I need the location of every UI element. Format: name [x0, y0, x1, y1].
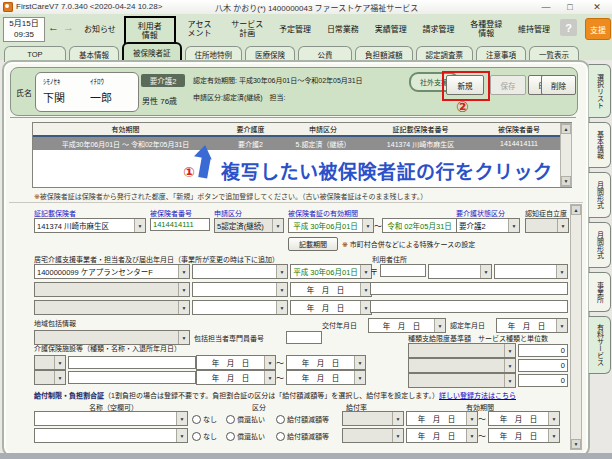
address-pref-select[interactable]: ▼	[428, 264, 492, 279]
office-select-3[interactable]: ▼	[34, 300, 190, 315]
radio-circle-icon	[226, 432, 235, 441]
facility-type-select-1[interactable]: ▼	[34, 355, 66, 370]
issue-date-select[interactable]: 年 月 日▼	[368, 318, 446, 333]
facility-in-date-2[interactable]: 年 月 日▼	[196, 370, 276, 385]
shurui-units-input-3[interactable]	[518, 374, 568, 387]
dropdown-arrow-icon: ▼	[362, 219, 373, 232]
facility-name-input-2[interactable]	[68, 371, 196, 384]
benefit-name-select-2[interactable]: ▼	[34, 428, 188, 443]
col-header-care-level: 要介護度	[218, 123, 283, 135]
menu-item-service-plan[interactable]: サービス計画	[223, 16, 271, 42]
staff-select-2[interactable]: ▼	[192, 282, 288, 297]
menu-item-daily-work[interactable]: 日常業務	[319, 16, 367, 42]
side-tab-paid-service[interactable]: 有料サービス	[588, 316, 611, 374]
insurer-label: 証記載保険者	[34, 208, 76, 218]
facility-out-date-1[interactable]: 年 月 日▼	[286, 355, 366, 370]
maximize-button[interactable]: □	[558, 0, 582, 13]
insurer-select[interactable]: 141374 川崎市麻生区▼	[34, 218, 146, 233]
support-button[interactable]: 支援	[585, 18, 611, 40]
menu-item-notice[interactable]: お知らせ	[76, 16, 124, 42]
dropdown-arrow-icon: ▼	[272, 219, 283, 232]
benefit-from-date-2[interactable]: 年 月 日▼	[406, 428, 478, 443]
benefit-name-select-1[interactable]: ▼	[34, 411, 188, 426]
benefits-help-link[interactable]: 詳しい登録方法はこちら	[439, 392, 516, 399]
minimize-button[interactable]: —	[534, 0, 558, 13]
dementia-select[interactable]: ▼	[525, 218, 569, 233]
radio-reimburse-2[interactable]: 償還払い	[226, 431, 265, 441]
close-button[interactable]: ✕	[584, 0, 610, 13]
menu-item-billing[interactable]: 請求管理	[415, 16, 463, 42]
radio-none-2[interactable]: なし	[192, 431, 217, 441]
back-arrow-icon[interactable]: ←	[48, 21, 59, 33]
radio-reduction-2[interactable]: 給付額減額等	[276, 431, 329, 441]
dropdown-arrow-icon: ▼	[556, 319, 567, 332]
patient-last-name: 下関	[43, 89, 65, 105]
table-row-selected[interactable]: 平成30年06月01日 ～ 令和02年05月31日 要介護2 5.認定済（継続）…	[33, 137, 560, 150]
staff-select-1[interactable]: ▼	[192, 264, 288, 279]
side-tab-office[interactable]: 事業所	[588, 272, 611, 312]
scroll-up-icon[interactable]: ▲	[571, 205, 581, 215]
shurui-units-input-2[interactable]	[518, 359, 568, 372]
insured-no-input[interactable]	[150, 218, 210, 231]
menu-item-maintenance[interactable]: 維持管理	[510, 16, 558, 42]
application-select[interactable]: 5認定済(継続)▼	[214, 218, 284, 233]
facility-type-select-2[interactable]: ▼	[34, 370, 66, 385]
radio-none-1[interactable]: なし	[192, 414, 217, 424]
office-date-select-2[interactable]: 年 月 日▼	[290, 282, 372, 297]
shurui-label: 種類支給限度基準額 サービス種類と単位数	[408, 333, 548, 343]
shurui-select-3[interactable]: ▼	[408, 373, 516, 388]
facility-out-date-2[interactable]: 年 月 日▼	[286, 370, 366, 385]
care-level-label: 要介護状態区分	[456, 208, 505, 218]
benefit-from-date-1[interactable]: 年 月 日▼	[406, 411, 478, 426]
scroll-down-icon[interactable]: ▼	[561, 176, 571, 186]
dropdown-arrow-icon: ▼	[504, 374, 515, 387]
care-level-select[interactable]: 要介護2▼	[456, 218, 520, 233]
radio-reimburse-1[interactable]: 償還払い	[226, 414, 265, 424]
table-scrollbar[interactable]: ▲ ▼	[560, 123, 572, 187]
side-tab-selection-list[interactable]: 選択リスト	[588, 64, 611, 118]
main-menu: お知らせ 利用者情報 アセスメント サービス計画 予定管理 日常業務 実績管理 …	[76, 15, 558, 43]
staff-select-3[interactable]: ▼	[192, 300, 288, 315]
kisai-period-button[interactable]: 記載期間	[288, 237, 338, 251]
office-select-2[interactable]: ▼	[34, 282, 190, 297]
form-scrollbar[interactable]: ▲ ▼	[570, 204, 582, 450]
side-tab-monthly-format-2[interactable]: 月間形式	[588, 222, 611, 268]
shurui-select-1[interactable]: ▼	[408, 343, 516, 358]
postal-code-input[interactable]	[380, 264, 426, 277]
office-date-select-1[interactable]: 平成 30年06月01日▼	[290, 264, 372, 279]
delete-button[interactable]: 削除	[541, 75, 576, 95]
dropdown-arrow-icon: ▼	[548, 429, 559, 442]
side-tab-basic-info[interactable]: 基本情報	[588, 122, 611, 168]
facility-in-date-1[interactable]: 年 月 日▼	[196, 355, 276, 370]
benefits-col-kubun: 区分	[252, 402, 266, 412]
validity-from-select[interactable]: 平成 30年06月01日▼	[288, 218, 374, 233]
menu-item-results[interactable]: 実績管理	[367, 16, 415, 42]
scroll-up-icon[interactable]: ▲	[561, 124, 571, 134]
side-tab-monthly-format-1[interactable]: 月間形式	[588, 172, 611, 218]
scroll-down-icon[interactable]: ▼	[571, 439, 581, 449]
benefit-rate-select-2[interactable]: ▼	[342, 428, 404, 443]
benefit-to-date-1[interactable]: 年 月 日▼	[488, 411, 560, 426]
address-line2-input[interactable]	[370, 300, 568, 313]
menu-item-registration[interactable]: 各種登録情報	[462, 16, 510, 42]
office-select-1[interactable]: 1400000099 ケアプランセンターF▼	[34, 264, 190, 279]
cert-date-select[interactable]: 年 月 日▼	[496, 318, 568, 333]
shurui-units-input-1[interactable]	[518, 344, 568, 357]
menu-item-schedule[interactable]: 予定管理	[271, 16, 319, 42]
menu-item-assessment[interactable]: アセスメント	[176, 16, 224, 42]
tab-insurance-card[interactable]: 被保険者証	[122, 42, 182, 62]
shurui-select-2[interactable]: ▼	[408, 358, 516, 373]
houkatsu-no-input[interactable]	[286, 331, 322, 344]
address-city-select[interactable]: ▼	[494, 264, 568, 279]
office-date-select-3[interactable]: 年 月 日▼	[290, 300, 372, 315]
help-button[interactable]: ?	[560, 19, 577, 36]
forward-arrow-icon[interactable]: →	[63, 21, 74, 33]
date-time-box: 5月15日 09:35	[3, 17, 45, 42]
radio-reduction-1[interactable]: 給付額減額等	[276, 414, 329, 424]
facility-name-input-1[interactable]	[68, 356, 196, 369]
new-button[interactable]: 新規	[446, 75, 484, 95]
cell-application: 5.認定済（継続）	[283, 137, 363, 150]
benefit-rate-select-1[interactable]: ▼	[342, 411, 404, 426]
address-line1-input[interactable]	[370, 282, 568, 295]
benefit-to-date-2[interactable]: 年 月 日▼	[488, 428, 560, 443]
